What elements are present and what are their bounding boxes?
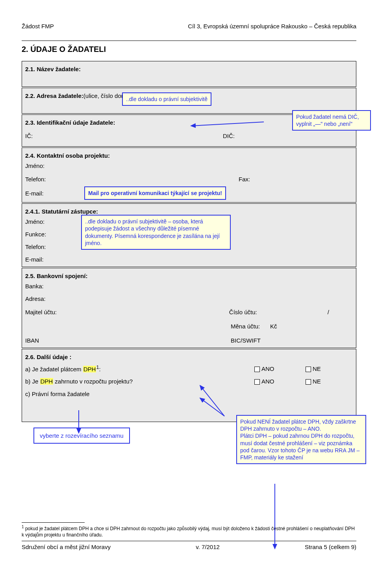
note-dph: Pokud NENÍ žadatel plátce DPH, vždy zašk… (236, 415, 366, 464)
label-2-6: 2.6. Další údaje : (25, 354, 72, 360)
label-bicswift: BIC/SWIFT (231, 337, 274, 344)
footnote-divider (22, 522, 85, 523)
checkbox-ano-a-wrap: ANO (254, 365, 306, 372)
note-mail: Mail pro operativní komunikaci týkající … (84, 186, 226, 200)
label-ic: IČ: (25, 133, 41, 139)
dph-highlight-a: DPH (83, 366, 96, 372)
footer-left: Sdružení obcí a měst jižní Moravy (22, 544, 111, 550)
value-mena: Kč (270, 323, 294, 330)
label-2-1: 2.1. Název žadatele: (25, 66, 81, 72)
block-2-4: 2.4. Kontaktní osoba projektu: Jméno: Te… (22, 147, 356, 203)
label-adresa: Adresa: (25, 295, 61, 302)
checkbox-ne-b-wrap: NE (306, 378, 353, 385)
header-right: Cíl 3, Evropská územní spolupráce Rakous… (188, 23, 356, 29)
header-left: Žádost FMP (22, 23, 54, 29)
label-2-4-1: 2.4.1. Statutární zástupce: (25, 208, 98, 215)
footer-divider (22, 541, 356, 541)
label-cislo: Číslo účtu: (229, 309, 269, 315)
label-fax-24: Fax: (239, 176, 258, 182)
label-2-3: 2.3. Identifikační údaje žadatele: (25, 119, 115, 126)
label-jmeno-24: Jméno: (25, 162, 61, 169)
page-footer: Sdružení obcí a měst jižní Moravy v. 7/2… (22, 544, 356, 550)
block-2-1: 2.1. Název žadatele: (22, 61, 356, 87)
label-26c: c) Právní forma žadatele (25, 391, 89, 397)
block-2-6: 2.6. Další údaje : a) Je žadatel plátcem… (22, 349, 356, 422)
label-majitel: Majitel účtu: (25, 309, 69, 315)
checkbox-ne-b[interactable] (306, 379, 311, 385)
field-2-1[interactable] (25, 74, 353, 84)
label-mena: Měna účtu: (231, 323, 270, 330)
label-dic: DIČ: (223, 133, 243, 139)
label-telefon-241: Telefon: (25, 243, 61, 250)
note-doklad: ..dle dokladu o právní subjektivitě (122, 92, 211, 106)
label-jmeno-241: Jméno: (25, 218, 61, 225)
footer-center: v. 7/2012 (196, 544, 220, 550)
label-funkce-241: Funkce: (25, 231, 61, 238)
label-telefon-24: Telefon: (25, 176, 61, 182)
label-email-24: E-mail: (25, 190, 61, 197)
label-2-4: 2.4. Kontaktní osoba projektu: (25, 152, 110, 159)
checkbox-ne-a[interactable] (306, 367, 311, 372)
checkbox-ano-b-wrap: ANO (254, 378, 306, 385)
label-26b: b) Je DPH zahrnuto v rozpočtu projektu? (25, 378, 254, 385)
rozeviraci-seznam[interactable]: vyberte z rozevíracího seznamu (33, 428, 130, 444)
footnote-1: 1 pokud je žadatel plátcem DPH a chce si… (22, 524, 356, 538)
checkbox-ano-a[interactable] (254, 367, 260, 372)
page-header: Žádost FMP Cíl 3, Evropská územní spolup… (22, 23, 356, 29)
label-iban: IBAN (25, 337, 49, 344)
label-2-2: 2.2. Adresa žadatele: (25, 92, 83, 99)
label-26a: a) Je žadatel plátcem DPH1: (25, 365, 254, 372)
note-statutarni: ..dle dokladu o právní subjektivitě – os… (81, 215, 231, 250)
slash: / (328, 309, 329, 315)
label-banka: Banka: (25, 283, 61, 289)
checkbox-ano-b[interactable] (254, 379, 260, 385)
label-email-241: E-mail: (25, 256, 61, 263)
header-divider (22, 41, 356, 41)
label-2-5: 2.5. Bankovní spojení: (25, 273, 87, 279)
block-2-4-1: 2.4.1. Statutární zástupce: Jméno: Funkc… (22, 203, 356, 267)
section-2-title: 2. ÚDAJE O ŽADATELI (22, 45, 356, 54)
footer-right: Strana 5 (celkem 9) (305, 544, 356, 550)
block-2-5: 2.5. Bankovní spojení: Banka: Adresa: Ma… (22, 268, 356, 348)
note-dic: Pokud žadatel nemá DIČ, vyplnit „—" nebo… (292, 110, 371, 131)
checkbox-ne-a-wrap: NE (306, 365, 353, 372)
dph-highlight-b: DPH (40, 378, 54, 385)
